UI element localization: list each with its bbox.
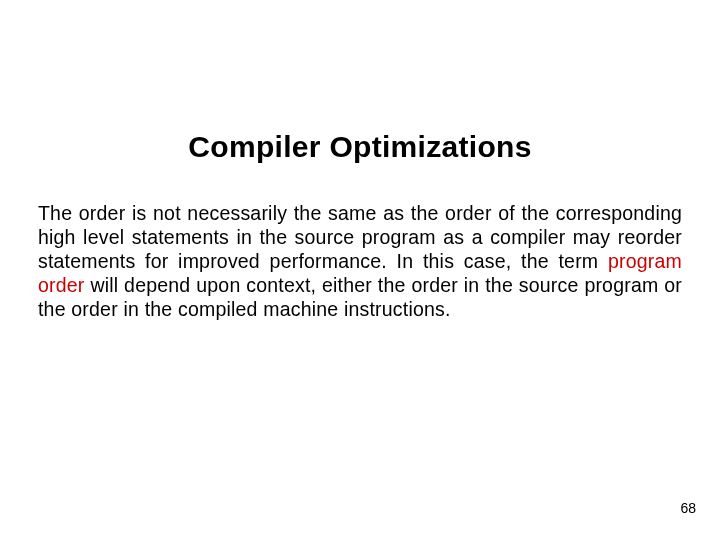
body-text-part2: will depend upon context, either the ord… xyxy=(38,274,682,320)
slide-body: The order is not necessarily the same as… xyxy=(38,202,682,322)
slide-title: Compiler Optimizations xyxy=(38,130,682,164)
body-text-part1: The order is not necessarily the same as… xyxy=(38,202,682,272)
page-number: 68 xyxy=(680,500,696,516)
slide-container: Compiler Optimizations The order is not … xyxy=(0,0,720,540)
